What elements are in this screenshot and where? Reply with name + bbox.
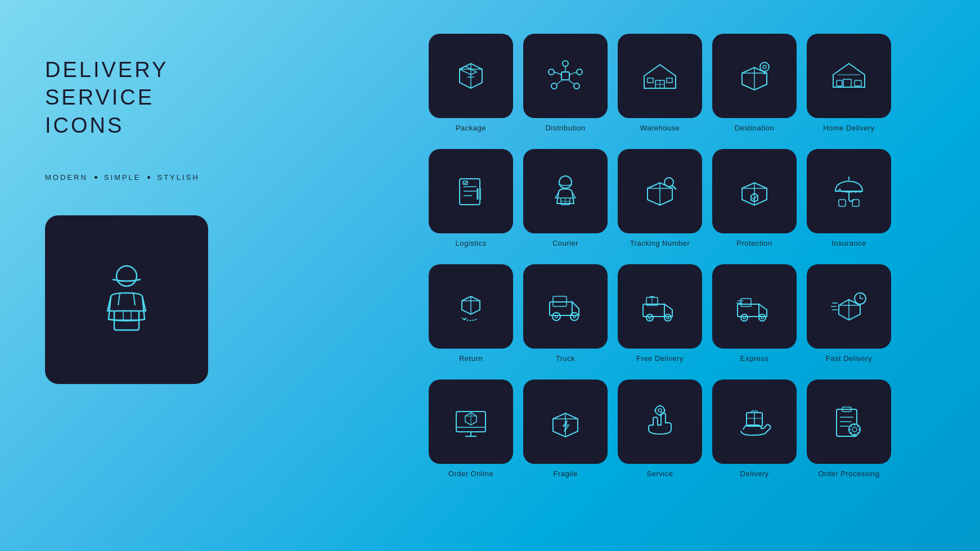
svg-point-7 (574, 83, 579, 89)
dot-2 (147, 176, 150, 179)
label-order-processing: Order Processing (818, 469, 879, 478)
svg-line-10 (569, 72, 577, 75)
label-package: Package (456, 124, 486, 132)
svg-point-71 (655, 406, 664, 415)
icon-card-fast-delivery (807, 264, 891, 349)
label-protection: Protection (736, 239, 772, 247)
svg-point-4 (549, 69, 554, 75)
icon-item-service: Service (618, 380, 702, 478)
svg-point-43 (570, 313, 578, 320)
icon-card-home-delivery (807, 34, 891, 118)
icon-item-order-processing: Order Processing (807, 380, 891, 478)
svg-line-11 (556, 80, 563, 84)
subtitle-modern: MODERN (45, 173, 88, 182)
icon-item-warehouse: Warehouse (618, 34, 702, 132)
svg-rect-14 (648, 78, 653, 83)
svg-point-6 (551, 83, 557, 89)
label-warehouse: Warehouse (640, 124, 680, 132)
icon-item-tracking-number: Tracking Number (618, 149, 702, 247)
svg-rect-15 (667, 78, 672, 83)
icons-grid: Package (429, 34, 935, 495)
label-logistics: Logistics (455, 239, 486, 247)
icon-card-fragile (523, 380, 608, 464)
icon-card-package (429, 34, 513, 118)
label-home-delivery: Home Delivery (823, 124, 875, 132)
icon-item-package: Package (429, 34, 513, 132)
icons-row-2: Logistics Cour (429, 149, 935, 247)
label-return: Return (459, 354, 483, 363)
main-title: DELIVERY SERVICE ICONS (45, 56, 259, 139)
svg-point-72 (658, 409, 662, 412)
svg-point-42 (555, 315, 558, 318)
icon-item-logistics: Logistics (429, 149, 513, 247)
label-distribution: Distribution (545, 124, 585, 132)
svg-point-31 (559, 176, 572, 188)
icon-card-tracking-number (618, 149, 702, 233)
icons-row-3: Return Truck (429, 264, 935, 363)
icon-card-order-online (429, 380, 513, 464)
svg-line-9 (554, 72, 561, 75)
svg-point-44 (573, 315, 576, 318)
svg-point-3 (563, 61, 568, 66)
svg-point-48 (649, 317, 651, 319)
svg-point-49 (664, 314, 671, 321)
svg-point-0 (116, 266, 137, 286)
icon-item-fast-delivery: Fast Delivery (807, 264, 891, 363)
svg-rect-21 (855, 80, 861, 86)
label-destination: Destination (735, 124, 775, 132)
subtitle-stylish: STYLISH (157, 173, 199, 182)
icon-card-order-processing (807, 380, 891, 464)
icon-card-service (618, 380, 702, 464)
label-service: Service (647, 469, 673, 478)
icons-row-4: Order Online Fragile (429, 380, 935, 478)
subtitle-simple: SIMPLE (104, 173, 141, 182)
icon-card-destination (712, 34, 797, 118)
icon-card-distribution (523, 34, 608, 118)
icon-item-delivery: Delivery (712, 380, 797, 478)
label-free-delivery: Free Delivery (636, 354, 684, 363)
label-order-online: Order Online (448, 469, 493, 478)
label-delivery: Delivery (740, 469, 769, 478)
icon-card-insurance (807, 149, 891, 233)
icon-card-express (712, 264, 797, 349)
label-courier: Courier (552, 239, 578, 247)
svg-point-58 (761, 317, 763, 319)
icon-card-logistics (429, 149, 513, 233)
icon-card-protection (712, 149, 797, 233)
svg-rect-2 (561, 72, 569, 80)
icon-item-courier: Courier (523, 149, 608, 247)
label-insurance: Insurance (831, 239, 866, 247)
dot-1 (95, 176, 97, 179)
icon-card-truck (523, 264, 608, 349)
svg-point-47 (646, 314, 653, 321)
icon-item-return: Return (429, 264, 513, 363)
title-block: DELIVERY SERVICE ICONS (45, 56, 259, 139)
svg-point-55 (741, 314, 748, 321)
featured-courier-card (45, 215, 208, 384)
icon-card-warehouse (618, 34, 702, 118)
icon-card-free-delivery (618, 264, 702, 349)
icon-card-delivery (712, 380, 797, 464)
left-panel: DELIVERY SERVICE ICONS MODERN SIMPLE STY… (45, 56, 259, 384)
svg-point-57 (759, 314, 766, 321)
svg-point-56 (743, 317, 745, 319)
subtitle-row: MODERN SIMPLE STYLISH (45, 173, 259, 182)
icon-item-fragile: Fragile (523, 380, 608, 478)
icon-item-insurance: Insurance (807, 149, 891, 247)
svg-rect-22 (837, 80, 842, 86)
svg-rect-45 (643, 304, 664, 317)
svg-line-12 (568, 80, 574, 84)
icon-card-courier (523, 149, 608, 233)
label-truck: Truck (556, 354, 576, 363)
svg-rect-37 (839, 200, 846, 206)
svg-point-19 (763, 65, 766, 69)
svg-point-18 (760, 62, 769, 71)
label-express: Express (740, 354, 768, 363)
svg-rect-52 (741, 299, 751, 306)
label-fast-delivery: Fast Delivery (826, 354, 872, 363)
svg-point-5 (577, 69, 582, 75)
svg-point-50 (667, 317, 669, 319)
icon-item-protection: Protection (712, 149, 797, 247)
icon-item-distribution: Distribution (523, 34, 608, 132)
icon-item-order-online: Order Online (429, 380, 513, 478)
